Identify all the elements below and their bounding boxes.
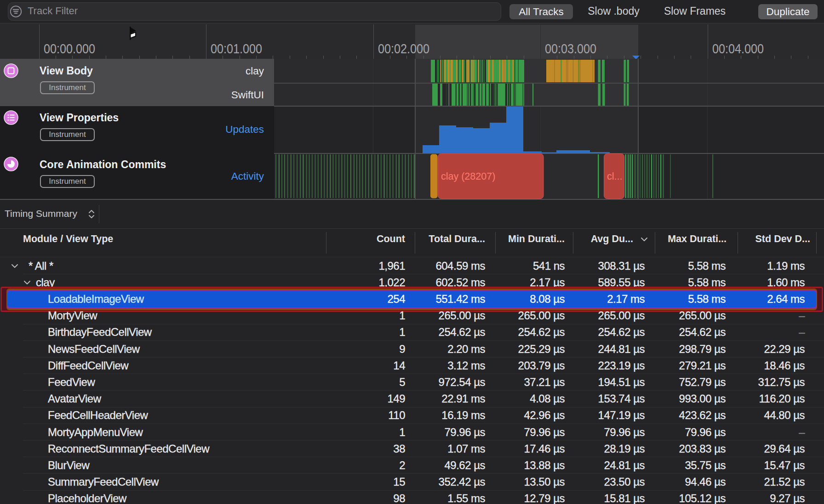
svg-text:clay (28207): clay (28207): [441, 171, 495, 182]
svg-text:cl...: cl...: [607, 171, 622, 182]
